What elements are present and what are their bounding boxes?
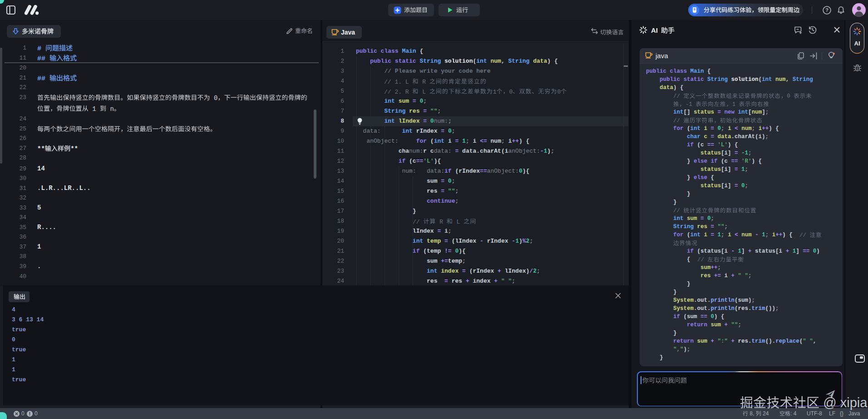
svg-text:// 2. R: // 2. R [384,89,409,95]
svg-text:0: 0 [214,95,217,102]
svg-text:@ xipian: @ xipian [823,395,868,410]
svg-text:##: ## [37,55,45,63]
svg-text:1: 1 [493,89,497,95]
svg-text:n: n [110,105,114,112]
svg-text:##: ## [37,75,45,83]
svg-text:0: 0 [787,93,790,100]
svg-text://: // [673,118,680,124]
svg-text://: // [673,93,680,100]
svg-text:-1: -1 [686,101,692,108]
svg-text:L: L [423,89,426,95]
svg-text:0: 0 [557,89,561,95]
svg-text:**: ** [37,145,45,152]
svg-text:**: ** [70,145,78,152]
svg-text:?: ? [825,7,829,13]
svg-text:// 1. L: // 1. L [384,79,409,85]
svg-text:1: 1 [732,101,736,108]
svg-text://: // [799,232,806,239]
svg-text:R: R [439,219,443,225]
svg-text:1: 1 [92,105,96,112]
svg-text:0: 0 [509,89,513,95]
svg-text://: // [697,257,704,263]
svg-text:L: L [456,219,460,225]
svg-text://: // [413,219,420,225]
svg-text://: // [673,208,680,214]
svg-text:R: R [423,79,426,85]
svg-text:#: # [37,45,41,53]
